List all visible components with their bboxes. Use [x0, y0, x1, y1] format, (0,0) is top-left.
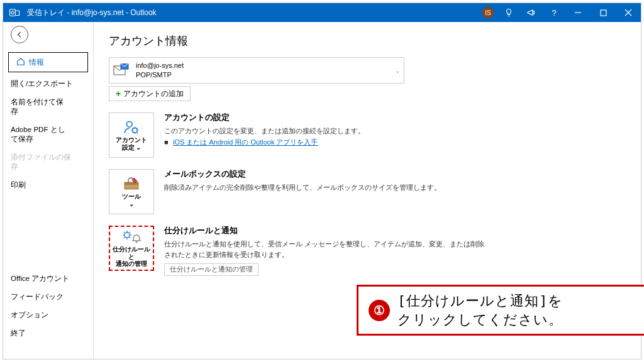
person-gear-icon: [123, 119, 140, 134]
account-settings-title: アカウントの設定: [164, 112, 365, 123]
svg-point-13: [136, 241, 138, 243]
toolbox-icon: [123, 176, 140, 191]
page-title: アカウント情報: [109, 33, 626, 48]
sidebar-item-office-account[interactable]: Office アカウント: [3, 270, 93, 288]
sidebar-item-info[interactable]: 情報: [8, 52, 88, 72]
avatar[interactable]: IS: [482, 7, 494, 18]
svg-rect-0: [10, 9, 16, 16]
sidebar-item-open-export[interactable]: 開く/エクスポート: [3, 75, 93, 93]
rules-alerts-button[interactable]: 仕分けルールと 通知の管理: [109, 226, 154, 271]
megaphone-icon[interactable]: [520, 3, 543, 22]
account-settings-button[interactable]: アカウント 設定 ⌄: [109, 112, 154, 158]
sidebar-item-save-attachments: 添付ファイルの保 存: [3, 148, 93, 176]
back-button[interactable]: [11, 26, 28, 43]
mail-account-icon: [113, 63, 130, 77]
close-button[interactable]: [616, 3, 641, 22]
sidebar-item-print[interactable]: 印刷: [3, 176, 93, 194]
home-icon: [16, 57, 25, 67]
minimize-button[interactable]: [565, 3, 591, 22]
outlook-logo-icon: [8, 6, 21, 19]
svg-rect-3: [601, 10, 606, 16]
sidebar-item-feedback[interactable]: フィードバック: [3, 288, 93, 306]
lightbulb-icon[interactable]: [497, 3, 520, 22]
titlebar: 受信トレイ - info@jo-sys.net - Outlook IS ?: [3, 3, 641, 22]
rules-desc: 仕分けルールと通知を使用して、受信メール メッセージを整理し、アイテムが追加、変…: [164, 239, 491, 260]
mailbox-settings-desc: 削除済みアイテムの完全削除や整理を利用して、メールボックスのサイズを管理します。: [164, 182, 441, 193]
account-email: info@jo-sys.net: [136, 61, 184, 70]
svg-point-1: [11, 11, 14, 14]
sidebar-item-save-as[interactable]: 名前を付けて保 存: [3, 93, 93, 121]
tools-button[interactable]: ツール ⌄: [109, 169, 154, 214]
chevron-down-icon: ⌄: [395, 67, 400, 74]
step-number-badge: ①: [369, 300, 390, 321]
svg-point-8: [126, 121, 132, 127]
help-icon[interactable]: ?: [543, 3, 565, 22]
outlook-app-link[interactable]: iOS または Android 用の Outlook アプリを入手: [173, 138, 318, 146]
svg-point-9: [133, 128, 138, 133]
plus-icon: +: [116, 89, 121, 99]
account-type: POP/SMTP: [136, 70, 184, 80]
backstage-sidebar: 情報 開く/エクスポート 名前を付けて保 存 Adobe PDF とし て保存 …: [3, 22, 94, 359]
mailbox-settings-title: メールボックスの設定: [164, 169, 441, 180]
maximize-button[interactable]: [591, 3, 616, 22]
sidebar-item-options[interactable]: オプション: [3, 306, 93, 324]
svg-rect-11: [125, 182, 138, 185]
add-account-button[interactable]: + アカウントの追加: [109, 86, 191, 101]
gear-bell-icon: [122, 229, 141, 244]
account-selector[interactable]: info@jo-sys.net POP/SMTP ⌄: [109, 57, 404, 84]
window-title: 受信トレイ - info@jo-sys.net - Outlook: [27, 8, 479, 18]
manage-rules-sub-button[interactable]: 仕分けルールと通知の管理: [164, 263, 258, 276]
rules-title: 仕分けルールと通知: [164, 226, 491, 236]
instruction-text: [仕分けルールと通知]を クリックしてください。: [397, 292, 564, 329]
account-settings-desc: このアカウントの設定を変更、または追加の接続を設定します。: [164, 126, 365, 136]
sidebar-item-adobe-pdf[interactable]: Adobe PDF とし て保存: [3, 121, 93, 148]
instruction-callout: ① [仕分けルールと通知]を クリックしてください。: [357, 285, 644, 336]
svg-point-12: [125, 233, 130, 238]
main-panel: アカウント情報 info@jo-sys.net POP/SMTP ⌄ + アカウ…: [94, 22, 641, 359]
sidebar-item-exit[interactable]: 終了: [3, 324, 93, 343]
